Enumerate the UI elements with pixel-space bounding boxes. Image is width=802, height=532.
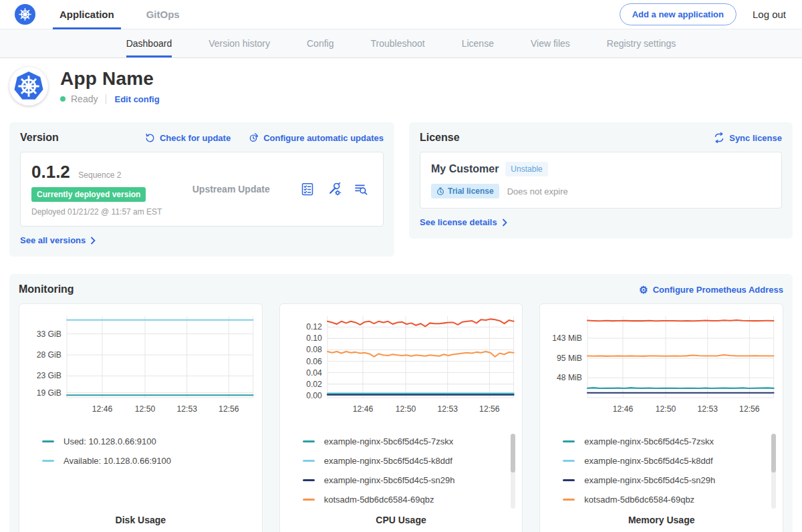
see-all-versions-label: See all versions [20, 235, 86, 245]
legend-label: example-nginx-5bc6f5d4c5-7zskx [584, 436, 714, 446]
svg-text:12:53: 12:53 [176, 404, 197, 414]
version-info: 0.1.2 Sequence 2 Currently deployed vers… [31, 162, 162, 217]
cpu-usage-legend: example-nginx-5bc6f5d4c5-7zskxexample-ng… [303, 432, 517, 511]
app-status-label: Ready [71, 94, 98, 104]
legend-swatch [303, 460, 315, 462]
divider [106, 94, 106, 104]
deployed-status-badge: Currently deployed version [31, 187, 146, 202]
see-all-versions-link[interactable]: See all versions [20, 235, 96, 245]
legend-swatch [563, 460, 575, 462]
gear-icon: ⚙ [639, 285, 648, 295]
chevron-right-icon [502, 219, 507, 227]
cpu-usage-plot: 12:4612:5012:5312:560.120.100.080.060.04… [285, 312, 517, 418]
svg-text:0.08: 0.08 [306, 345, 322, 354]
kubernetes-logo-icon[interactable] [15, 4, 35, 25]
memory-usage-legend: example-nginx-5bc6f5d4c5-7zskxexample-ng… [563, 432, 777, 511]
logout-button[interactable]: Log out [753, 9, 786, 20]
page-title: App Name [60, 68, 160, 90]
scrollbar-thumb[interactable] [511, 434, 515, 473]
deploy-logs-icon[interactable] [354, 182, 368, 196]
monitoring-title: Monitoring [19, 283, 74, 295]
memory-usage-chart-card: 12:4612:5012:5312:56143 MiB95 MiB48 MiB … [539, 303, 783, 532]
svg-text:23 GiB: 23 GiB [37, 371, 61, 380]
scrollbar-thumb[interactable] [771, 434, 776, 473]
tab-license[interactable]: License [462, 29, 494, 57]
legend-label: example-nginx-5bc6f5d4c5-7zskx [324, 436, 454, 446]
disk-usage-plot: 12:4612:5012:5312:5633 GiB28 GiB23 GiB19… [25, 312, 257, 418]
tab-dashboard[interactable]: Dashboard [126, 29, 172, 57]
config-wrench-icon[interactable] [327, 182, 342, 196]
version-source-label: Upstream Update [162, 184, 300, 194]
legend-item[interactable]: example-nginx-5bc6f5d4c5-7zskx [563, 432, 777, 451]
schedule-update-icon [248, 132, 259, 143]
configure-automatic-updates-label: Configure automatic updates [263, 133, 384, 143]
add-application-button[interactable]: Add a new application [620, 3, 737, 25]
svg-text:95 MiB: 95 MiB [557, 354, 582, 363]
disk-usage-chart-card: 12:4612:5012:5312:5633 GiB28 GiB23 GiB19… [19, 303, 263, 532]
deployed-timestamp: Deployed 01/21/22 @ 11:57 am EST [31, 207, 162, 217]
legend-scrollbar[interactable] [771, 434, 776, 509]
legend-label: example-nginx-5bc6f5d4c5-k8ddf [584, 456, 712, 466]
legend-label: example-nginx-5bc6f5d4c5-k8ddf [324, 456, 452, 466]
channel-badge: Unstable [505, 162, 547, 176]
nav-item-gitops[interactable]: GitOps [146, 0, 180, 29]
svg-text:0.00: 0.00 [306, 391, 322, 400]
legend-label: kotsadm-5db6dc6584-69qbz [584, 495, 694, 505]
legend-scrollbar[interactable] [511, 434, 515, 509]
legend-item[interactable]: example-nginx-5bc6f5d4c5-7zskx [303, 432, 517, 451]
legend-swatch [563, 499, 575, 501]
legend-item[interactable]: example-nginx-5bc6f5d4c5-k8ddf [303, 451, 517, 471]
sync-license-link[interactable]: Sync license [714, 132, 782, 143]
sequence-label: Sequence 2 [78, 170, 121, 180]
nav-item-application[interactable]: Application [59, 0, 114, 29]
legend-swatch [303, 499, 315, 501]
monitoring-section: Monitoring ⚙ Configure Prometheus Addres… [9, 274, 793, 532]
app-kubernetes-icon [9, 67, 48, 106]
svg-text:12:56: 12:56 [219, 404, 239, 414]
svg-text:0.04: 0.04 [306, 368, 322, 378]
license-card: License Sync license My Customer Unstabl… [409, 122, 793, 239]
top-nav: Application GitOps Add a new application… [0, 0, 802, 29]
ready-status-dot [60, 96, 65, 102]
chart-title: Memory Usage [545, 515, 777, 525]
preflight-checks-icon[interactable] [300, 182, 315, 196]
svg-text:143 MiB: 143 MiB [553, 334, 583, 343]
current-version-card: 0.1.2 Sequence 2 Currently deployed vers… [20, 152, 384, 227]
license-card-title: License [420, 132, 460, 144]
check-for-update-link[interactable]: Check for update [145, 132, 231, 143]
see-license-details-link[interactable]: See license details [420, 217, 507, 227]
svg-text:12:50: 12:50 [135, 404, 156, 414]
legend-swatch [563, 479, 575, 481]
legend-swatch [303, 440, 315, 442]
legend-item[interactable]: kotsadm-5db6dc6584-69qbz [563, 490, 777, 509]
app-tab-bar: Dashboard Version history Config Trouble… [0, 29, 802, 58]
svg-text:12:53: 12:53 [698, 404, 718, 414]
svg-text:0.06: 0.06 [306, 357, 322, 366]
svg-text:19 GiB: 19 GiB [37, 388, 61, 398]
configure-automatic-updates-link[interactable]: Configure automatic updates [248, 132, 384, 143]
chart-title: Disk Usage [25, 515, 257, 525]
legend-item[interactable]: Used: 10.128.0.66:9100 [42, 432, 257, 451]
tab-troubleshoot[interactable]: Troubleshoot [370, 29, 424, 57]
tab-registry-settings[interactable]: Registry settings [607, 29, 676, 57]
legend-item[interactable]: kotsadm-5db6dc6584-69qbz [303, 490, 517, 509]
legend-item[interactable]: Available: 10.128.0.66:9100 [42, 451, 257, 471]
configure-prometheus-link[interactable]: ⚙ Configure Prometheus Address [639, 285, 783, 295]
svg-text:33 GiB: 33 GiB [37, 329, 61, 339]
legend-item[interactable]: example-nginx-5bc6f5d4c5-sn29h [563, 471, 777, 490]
legend-label: example-nginx-5bc6f5d4c5-sn29h [584, 475, 715, 485]
legend-item[interactable]: example-nginx-5bc6f5d4c5-k8ddf [563, 451, 777, 471]
legend-swatch [42, 460, 54, 462]
legend-swatch [563, 440, 575, 442]
legend-swatch [42, 440, 54, 442]
tab-config[interactable]: Config [307, 29, 333, 57]
edit-config-link[interactable]: Edit config [114, 94, 159, 104]
sync-license-label: Sync license [729, 133, 782, 143]
tab-version-history[interactable]: Version history [209, 29, 270, 57]
svg-text:12:53: 12:53 [437, 404, 458, 414]
tab-view-files[interactable]: View files [531, 29, 570, 57]
refresh-icon [145, 133, 155, 143]
legend-item[interactable]: example-nginx-5bc6f5d4c5-sn29h [303, 471, 517, 490]
chart-title: CPU Usage [285, 515, 517, 525]
cpu-usage-chart-card: 12:4612:5012:5312:560.120.100.080.060.04… [279, 303, 523, 532]
